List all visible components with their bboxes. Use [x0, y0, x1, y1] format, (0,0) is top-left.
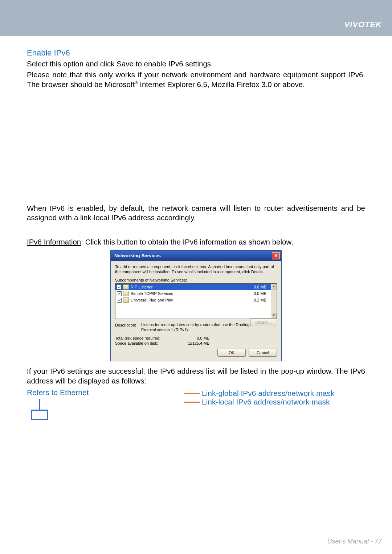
cancel-button[interactable]: Cancel — [249, 349, 277, 357]
callout-line-icon — [184, 393, 200, 394]
list-item-size: 0.0 MB — [246, 284, 268, 290]
dialog-instructions: To add or remove a component, click the … — [115, 264, 277, 275]
list-item-size: 0.0 MB — [246, 291, 268, 296]
brand-text: VIVOTEK — [344, 20, 382, 29]
list-item-label: Simple TCP/IP Services — [131, 291, 246, 296]
description-label: Description: — [115, 323, 141, 333]
paragraph-4: IPv6 Information: Click this button to o… — [27, 237, 365, 247]
ok-button[interactable]: OK — [217, 349, 246, 357]
page-footer: User's Manual - 77 — [327, 538, 382, 545]
checkbox-icon[interactable]: ✔ — [117, 285, 122, 290]
header-band: VIVOTEK — [0, 0, 392, 36]
list-item[interactable]: ✔ Universal Plug and Play 0.2 MB — [115, 297, 277, 303]
paragraph-3: When IPv6 is enabled, by default, the ne… — [27, 204, 365, 223]
component-icon — [123, 291, 129, 296]
stat-required-label: Total disk space required: — [115, 336, 177, 341]
list-item-label: RIP Listener — [131, 284, 246, 290]
paragraph-1: Select this option and click Save to ena… — [27, 59, 365, 69]
paragraph-5: If your IPv6 settings are successful, th… — [27, 366, 365, 386]
diagram-connector-line — [39, 399, 40, 410]
link-local-callout: Link-local IPv6 address/network mask — [184, 398, 366, 406]
component-icon — [123, 284, 129, 290]
link-global-label: Link-global IPv6 address/network mask — [202, 389, 334, 398]
list-item[interactable]: ✔ Simple TCP/IP Services 0.0 MB — [115, 290, 277, 297]
scrollbar[interactable]: ▲ ▼ — [271, 284, 277, 319]
dialog-titlebar: Networking Services ✕ — [111, 251, 281, 261]
close-icon[interactable]: ✕ — [272, 252, 280, 259]
dialog-list-caption: Subcomponents of Networking Services: — [115, 278, 277, 283]
registered-mark: ® — [135, 81, 138, 85]
scroll-down-icon[interactable]: ▼ — [271, 313, 277, 319]
checkbox-icon[interactable]: ✔ — [117, 291, 122, 296]
networking-services-dialog: Networking Services ✕ To add or remove a… — [110, 250, 282, 361]
callout-line-icon — [184, 402, 200, 403]
stat-available-value: 12125.4 MB — [177, 341, 209, 346]
ipv6-info-label: IPv6 Information — [27, 238, 81, 246]
page-number: 77 — [375, 538, 382, 545]
details-button[interactable]: Details... — [250, 318, 276, 326]
scroll-up-icon[interactable]: ▲ — [271, 284, 277, 290]
checkbox-icon[interactable]: ✔ — [117, 298, 122, 303]
heading-enable-ipv6: Enable IPv6 — [27, 48, 365, 58]
component-icon — [123, 297, 129, 303]
dialog-title: Networking Services — [114, 253, 161, 259]
diagram-box-icon — [31, 410, 48, 420]
stat-required-value: 0.0 MB — [177, 336, 209, 341]
list-item-size: 0.2 MB — [246, 297, 268, 303]
components-listbox[interactable]: ✔ RIP Listener 0.0 MB ✔ Simple TCP/IP Se… — [115, 283, 277, 319]
list-item[interactable]: ✔ RIP Listener 0.0 MB — [115, 284, 277, 290]
link-local-label: Link-local IPv6 address/network mask — [202, 398, 330, 406]
paragraph-2: Please note that this only works if your… — [27, 70, 365, 89]
list-item-label: Universal Plug and Play — [131, 297, 246, 303]
stat-available-label: Space available on disk: — [115, 341, 177, 346]
link-global-callout: Link-global IPv6 address/network mask — [184, 389, 366, 398]
